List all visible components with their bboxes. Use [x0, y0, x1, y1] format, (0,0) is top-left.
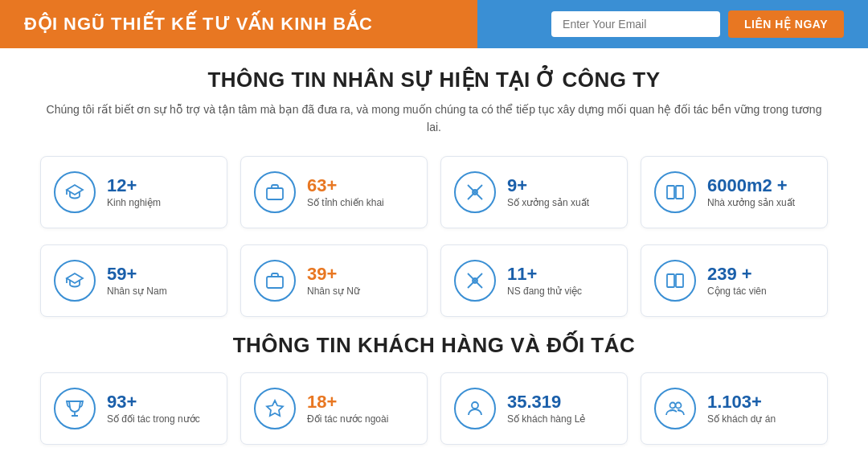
- stats-grid-row1: 12+Kinh nghiệm63+Số tỉnh chiến khai9+Số …: [40, 156, 828, 228]
- stat-card: 39+Nhân sự Nữ: [240, 244, 428, 317]
- stat-number: 239 +: [707, 265, 767, 284]
- stat-card: 35.319Số khách hàng Lẻ: [440, 372, 628, 445]
- email-input[interactable]: [551, 11, 720, 37]
- stat-label: Số đối tác trong nước: [107, 413, 200, 425]
- stat-card: 1.103+Số khách dự án: [641, 372, 828, 445]
- svg-rect-6: [676, 186, 683, 199]
- stat-card: 6000m2 +Nhà xưởng sản xuất: [641, 156, 828, 228]
- stat-icon: [54, 260, 96, 302]
- stat-label: Số tỉnh chiến khai: [307, 197, 384, 208]
- stat-card: 12+Kinh nghiệm: [40, 156, 227, 228]
- stat-card: 11+NS đang thử việc: [440, 244, 628, 317]
- stat-icon: [654, 388, 696, 429]
- stat-label: Nhân sự Nữ: [307, 286, 360, 297]
- svg-marker-14: [267, 401, 283, 416]
- stat-icon: [254, 171, 296, 213]
- stat-icon: [254, 260, 296, 302]
- stat-number: 9+: [507, 176, 589, 195]
- stats-grid-row3: 93+Số đối tác trong nước18+Đối tác nước …: [40, 372, 828, 445]
- stat-label: Cộng tác viên: [707, 286, 767, 297]
- stat-label: Số khách dự án: [707, 413, 776, 425]
- svg-point-15: [472, 402, 478, 409]
- stat-label: Đối tác nước ngoài: [307, 413, 388, 425]
- stat-icon: [454, 171, 496, 213]
- section2-title: THÔNG TIN KHÁCH HÀNG VÀ ĐỐI TÁC: [40, 333, 828, 358]
- svg-point-17: [676, 402, 682, 408]
- stat-icon: [654, 260, 696, 302]
- svg-rect-5: [667, 186, 674, 199]
- section2: THÔNG TIN KHÁCH HÀNG VÀ ĐỐI TÁC 93+Số đố…: [40, 333, 828, 445]
- header-title: ĐỘI NGŨ THIẾT KẾ TƯ VẤN KINH BẮC: [24, 14, 551, 35]
- stat-card: 9+Số xưởng sản xuất: [440, 156, 628, 228]
- stat-icon: [254, 388, 296, 429]
- svg-rect-7: [267, 277, 283, 288]
- stat-number: 11+: [507, 265, 582, 284]
- stat-label: Nhân sự Nam: [107, 286, 167, 297]
- stat-icon: [654, 171, 696, 213]
- stat-label: Nhà xưởng sản xuất: [707, 197, 795, 208]
- svg-rect-13: [676, 274, 683, 287]
- stat-label: Kinh nghiệm: [107, 197, 161, 208]
- stat-card: 239 +Cộng tác viên: [641, 244, 828, 317]
- stat-icon: [454, 388, 496, 429]
- stat-card: 63+Số tỉnh chiến khai: [240, 156, 428, 228]
- svg-rect-0: [267, 188, 283, 199]
- stat-label: Số khách hàng Lẻ: [507, 413, 585, 425]
- stat-number: 1.103+: [707, 392, 776, 412]
- stat-number: 63+: [307, 176, 384, 195]
- stat-label: Số xưởng sản xuất: [507, 197, 589, 208]
- stat-number: 12+: [107, 176, 161, 195]
- stat-card: 93+Số đối tác trong nước: [40, 372, 227, 445]
- stats-grid-row2: 59+Nhân sự Nam39+Nhân sự Nữ11+NS đang th…: [40, 244, 828, 317]
- stat-number: 35.319: [507, 392, 585, 412]
- stat-icon: [54, 388, 96, 429]
- stat-number: 39+: [307, 265, 360, 284]
- header-form: LIÊN HỆ NGAY: [551, 10, 844, 38]
- stat-number: 6000m2 +: [707, 176, 795, 195]
- header: ĐỘI NGŨ THIẾT KẾ TƯ VẤN KINH BẮC LIÊN HỆ…: [0, 0, 868, 48]
- section1-title: THÔNG TIN NHÂN SỰ HIỆN TẠI Ở CÔNG TY: [40, 68, 828, 92]
- svg-rect-12: [667, 274, 674, 287]
- stat-card: 18+Đối tác nước ngoài: [240, 372, 428, 445]
- stat-card: 59+Nhân sự Nam: [40, 244, 227, 317]
- stat-label: NS đang thử việc: [507, 286, 582, 297]
- section1-subtitle: Chúng tôi rất biết ơn sự hỗ trợ và tận t…: [40, 101, 828, 137]
- section1: THÔNG TIN NHÂN SỰ HIỆN TẠI Ở CÔNG TY Chú…: [0, 48, 868, 456]
- stat-number: 59+: [107, 265, 167, 284]
- contact-button[interactable]: LIÊN HỆ NGAY: [728, 10, 844, 38]
- stat-number: 93+: [107, 392, 200, 412]
- stat-icon: [454, 260, 496, 302]
- stat-icon: [54, 171, 96, 213]
- svg-point-16: [670, 402, 676, 408]
- stat-number: 18+: [307, 392, 388, 412]
